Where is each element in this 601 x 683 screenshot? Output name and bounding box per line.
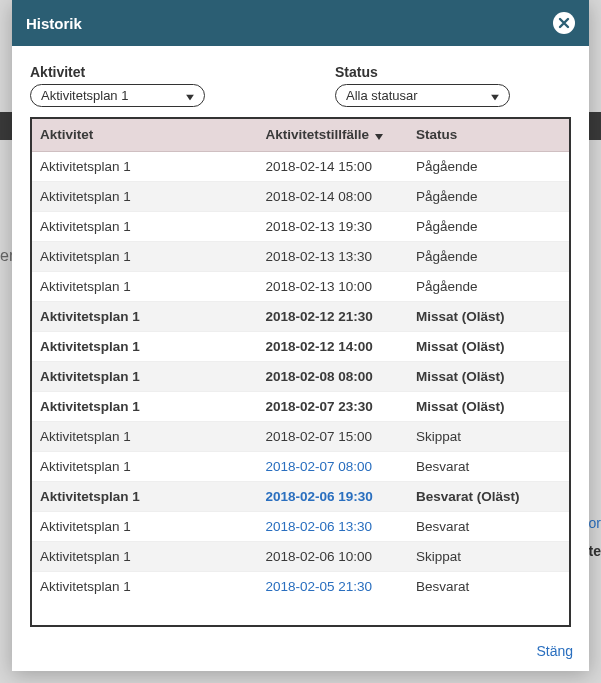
status-select[interactable]: Alla statusar	[335, 84, 510, 107]
cell-time: 2018-02-14 08:00	[258, 181, 408, 211]
close-icon	[558, 17, 570, 29]
cell-activity: Aktivitetsplan 1	[32, 571, 258, 601]
cell-activity: Aktivitetsplan 1	[32, 181, 258, 211]
cell-time: 2018-02-07 23:30	[258, 391, 408, 421]
cell-activity: Aktivitetsplan 1	[32, 331, 258, 361]
cell-time: 2018-02-13 10:00	[258, 271, 408, 301]
caret-down-icon	[186, 88, 194, 103]
cell-status: Pågående	[408, 241, 569, 271]
col-occasion-label: Aktivitetstillfälle	[266, 127, 370, 142]
close-link[interactable]: Stäng	[536, 643, 573, 659]
cell-time: 2018-02-13 13:30	[258, 241, 408, 271]
close-button[interactable]	[553, 12, 575, 34]
col-status[interactable]: Status	[408, 119, 569, 151]
cell-activity: Aktivitetsplan 1	[32, 421, 258, 451]
cell-time[interactable]: 2018-02-07 08:00	[258, 451, 408, 481]
cell-time[interactable]: 2018-02-05 21:30	[258, 571, 408, 601]
cell-status: Pågående	[408, 211, 569, 241]
modal-header: Historik	[12, 0, 589, 46]
table-row[interactable]: Aktivitetsplan 12018-02-06 10:00Skippat	[32, 541, 569, 571]
table-row[interactable]: Aktivitetsplan 12018-02-14 15:00Pågående	[32, 151, 569, 181]
cell-time: 2018-02-14 15:00	[258, 151, 408, 181]
col-activity[interactable]: Aktivitet	[32, 119, 258, 151]
cell-status: Pågående	[408, 181, 569, 211]
cell-status: Skippat	[408, 541, 569, 571]
cell-status: Missat (Oläst)	[408, 301, 569, 331]
cell-time: 2018-02-07 15:00	[258, 421, 408, 451]
cell-activity: Aktivitetsplan 1	[32, 271, 258, 301]
modal-footer: Stäng	[12, 635, 589, 671]
cell-activity: Aktivitetsplan 1	[32, 391, 258, 421]
cell-status: Pågående	[408, 151, 569, 181]
table-row[interactable]: Aktivitetsplan 12018-02-13 13:30Pågående	[32, 241, 569, 271]
history-table-body: Aktivitetsplan 12018-02-14 15:00Pågående…	[32, 151, 569, 601]
cell-time[interactable]: 2018-02-06 13:30	[258, 511, 408, 541]
filter-activity-label: Aktivitet	[30, 64, 205, 80]
cell-status: Missat (Oläst)	[408, 361, 569, 391]
cell-status: Besvarat	[408, 571, 569, 601]
filter-status: Status Alla statusar	[335, 64, 510, 107]
cell-activity: Aktivitetsplan 1	[32, 151, 258, 181]
history-modal: Historik Aktivitet Aktivitetsplan 1 Stat…	[12, 0, 589, 671]
cell-status: Missat (Oläst)	[408, 331, 569, 361]
caret-down-icon	[491, 88, 499, 103]
history-table: Aktivitet Aktivitetstillfälle Status Akt…	[32, 119, 569, 601]
cell-time: 2018-02-12 21:30	[258, 301, 408, 331]
cell-time: 2018-02-06 10:00	[258, 541, 408, 571]
table-row[interactable]: Aktivitetsplan 12018-02-07 08:00Besvarat	[32, 451, 569, 481]
col-occasion[interactable]: Aktivitetstillfälle	[258, 119, 408, 151]
bg-fragment: or	[589, 515, 601, 531]
filter-bar: Aktivitet Aktivitetsplan 1 Status Alla s…	[30, 64, 571, 107]
filter-activity: Aktivitet Aktivitetsplan 1	[30, 64, 205, 107]
cell-time[interactable]: 2018-02-06 19:30	[258, 481, 408, 511]
cell-activity: Aktivitetsplan 1	[32, 241, 258, 271]
cell-time: 2018-02-08 08:00	[258, 361, 408, 391]
table-row[interactable]: Aktivitetsplan 12018-02-12 14:00Missat (…	[32, 331, 569, 361]
modal-title: Historik	[26, 15, 82, 32]
cell-activity: Aktivitetsplan 1	[32, 211, 258, 241]
table-row[interactable]: Aktivitetsplan 12018-02-13 10:00Pågående	[32, 271, 569, 301]
table-row[interactable]: Aktivitetsplan 12018-02-06 19:30Besvarat…	[32, 481, 569, 511]
table-row[interactable]: Aktivitetsplan 12018-02-07 15:00Skippat	[32, 421, 569, 451]
cell-time: 2018-02-12 14:00	[258, 331, 408, 361]
cell-activity: Aktivitetsplan 1	[32, 481, 258, 511]
table-row[interactable]: Aktivitetsplan 12018-02-06 13:30Besvarat	[32, 511, 569, 541]
table-row[interactable]: Aktivitetsplan 12018-02-08 08:00Missat (…	[32, 361, 569, 391]
table-row[interactable]: Aktivitetsplan 12018-02-13 19:30Pågående	[32, 211, 569, 241]
table-row[interactable]: Aktivitetsplan 12018-02-07 23:30Missat (…	[32, 391, 569, 421]
cell-status: Skippat	[408, 421, 569, 451]
cell-activity: Aktivitetsplan 1	[32, 541, 258, 571]
cell-status: Besvarat	[408, 451, 569, 481]
sort-desc-icon	[375, 128, 383, 143]
status-select-value: Alla statusar	[346, 88, 418, 103]
cell-activity: Aktivitetsplan 1	[32, 301, 258, 331]
cell-activity: Aktivitetsplan 1	[32, 511, 258, 541]
cell-status: Besvarat	[408, 511, 569, 541]
filter-status-label: Status	[335, 64, 510, 80]
cell-status: Missat (Oläst)	[408, 391, 569, 421]
table-row[interactable]: Aktivitetsplan 12018-02-14 08:00Pågående	[32, 181, 569, 211]
cell-status: Besvarat (Oläst)	[408, 481, 569, 511]
activity-select[interactable]: Aktivitetsplan 1	[30, 84, 205, 107]
table-row[interactable]: Aktivitetsplan 12018-02-12 21:30Missat (…	[32, 301, 569, 331]
table-row[interactable]: Aktivitetsplan 12018-02-05 21:30Besvarat	[32, 571, 569, 601]
modal-body: Aktivitet Aktivitetsplan 1 Status Alla s…	[12, 46, 589, 635]
cell-activity: Aktivitetsplan 1	[32, 451, 258, 481]
activity-select-value: Aktivitetsplan 1	[41, 88, 128, 103]
cell-status: Pågående	[408, 271, 569, 301]
cell-activity: Aktivitetsplan 1	[32, 361, 258, 391]
history-table-container: Aktivitet Aktivitetstillfälle Status Akt…	[30, 117, 571, 627]
cell-time: 2018-02-13 19:30	[258, 211, 408, 241]
